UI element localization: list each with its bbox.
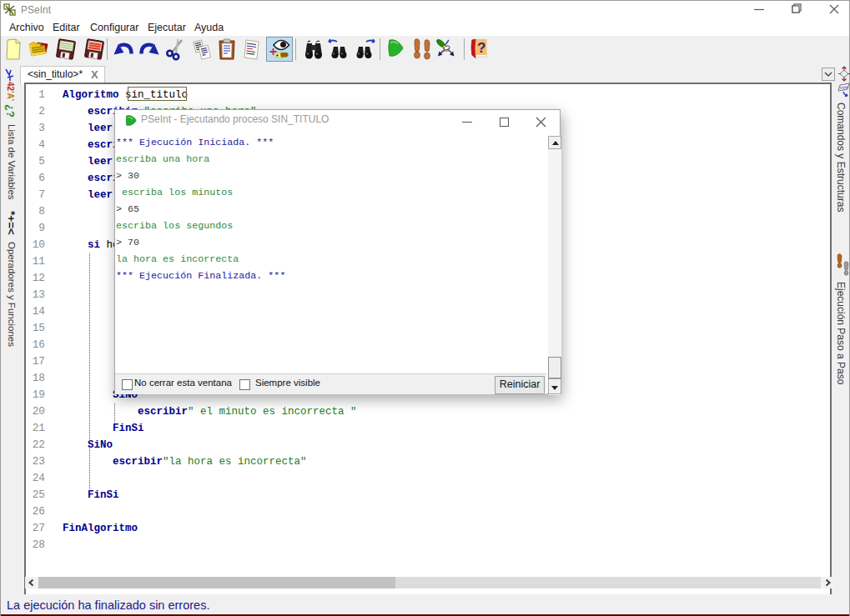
svg-text:?: ? <box>477 40 485 56</box>
